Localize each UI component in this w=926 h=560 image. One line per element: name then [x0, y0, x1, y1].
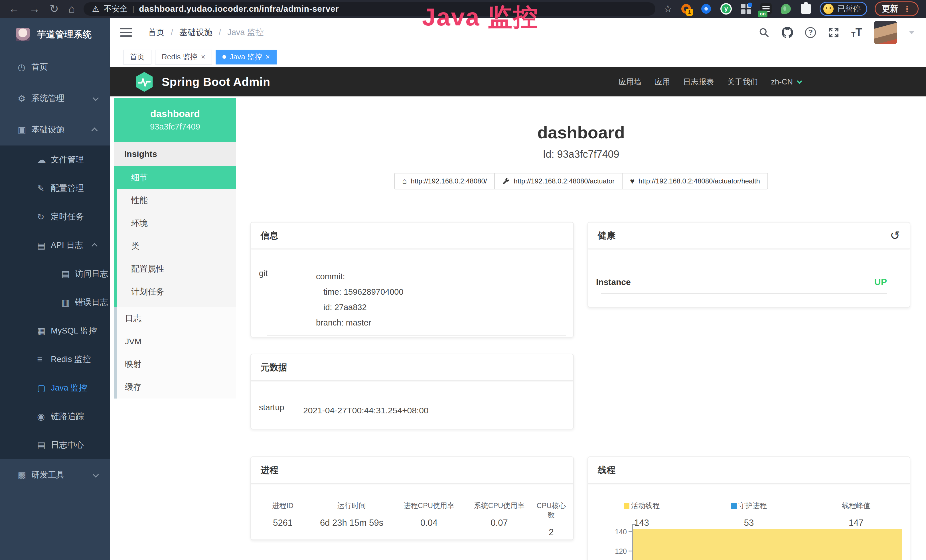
instance-header[interactable]: dashboard 93a3fc7f7409: [114, 98, 236, 142]
sidebar-item-java-monitor[interactable]: ▢ Java 监控: [0, 374, 110, 402]
breadcrumb-section[interactable]: 基础设施: [179, 27, 212, 38]
endpoint-actuator-button[interactable]: http://192.168.0.2:48080/actuator: [494, 173, 623, 189]
annotation-java-monitor: Java 监控: [422, 1, 539, 34]
sba-item-classes[interactable]: 类: [117, 235, 236, 257]
sidebar-item-log-center[interactable]: ▤ 日志中心: [0, 431, 110, 459]
sidebar-item-config-manage[interactable]: ✎ 配置管理: [0, 174, 110, 203]
home-icon[interactable]: ⌂: [68, 3, 75, 14]
sprout-glyph: [781, 4, 791, 14]
extension-grid-icon[interactable]: [740, 3, 752, 15]
spring-boot-admin-logo[interactable]: [135, 71, 154, 92]
sba-nav-wallboard[interactable]: 应用墙: [618, 77, 642, 87]
stat-header: 系统CPU使用率: [464, 501, 534, 510]
sidebar-section-insights[interactable]: Insights: [114, 142, 236, 166]
user-avatar[interactable]: [874, 21, 897, 44]
endpoint-health-button[interactable]: ♥ http://192.168.0.2:48080/actuator/heal…: [622, 173, 768, 189]
extensions-puzzle-icon[interactable]: [800, 3, 812, 15]
sidebar-item-system[interactable]: ⚙ 系统管理: [0, 83, 110, 114]
extension-sprout-icon[interactable]: [780, 3, 792, 15]
stat-value: 6d 23h 15m 59s: [309, 518, 394, 528]
sidebar-label: Java 监控: [51, 382, 87, 394]
forward-icon[interactable]: →: [29, 3, 40, 14]
address-separator: |: [132, 4, 134, 14]
tab-home[interactable]: 首页: [123, 50, 151, 65]
legend-peak-threads: 线程峰值 147: [802, 501, 910, 528]
page-title: dashboard: [236, 123, 926, 142]
fullscreen-icon[interactable]: [828, 27, 839, 38]
health-card: 健康 ↺ Instance UP: [587, 222, 910, 307]
sidebar-item-file-manage[interactable]: ☁ 文件管理: [0, 145, 110, 174]
card-title: 进程: [261, 464, 278, 476]
sba-brand-title[interactable]: Spring Boot Admin: [162, 75, 270, 89]
sidebar-label: 研发工具: [31, 469, 65, 481]
brand-row[interactable]: 芋道管理系统: [0, 18, 110, 51]
wrench-icon: [502, 177, 510, 185]
address-bar[interactable]: ⚠ 不安全 | dashboard.yudao.iocoder.cn/infra…: [83, 2, 655, 16]
font-size-icon[interactable]: TT: [851, 26, 862, 38]
y-tick-label: 140: [615, 528, 627, 536]
history-icon[interactable]: ↺: [890, 230, 900, 242]
avatar-caret-icon[interactable]: [909, 31, 915, 34]
sidebar-item-redis-monitor[interactable]: ≡ Redis 监控: [0, 345, 110, 374]
extension-y-icon[interactable]: y: [720, 3, 732, 15]
sba-item-mappings[interactable]: 映射: [117, 353, 236, 376]
sidebar-item-tracing[interactable]: ◉ 链路追踪: [0, 402, 110, 431]
breadcrumb-separator: /: [219, 28, 221, 37]
sba-nav-journal[interactable]: 日志报表: [683, 77, 714, 87]
health-instance-row[interactable]: Instance UP: [588, 277, 910, 287]
breadcrumb-home[interactable]: 首页: [148, 27, 165, 38]
search-icon[interactable]: [758, 27, 770, 38]
browser-menu-icon[interactable]: ⋮: [903, 4, 911, 14]
extension-colorpicker-icon[interactable]: 1: [680, 3, 692, 15]
extension-pin-icon[interactable]: [700, 3, 713, 15]
endpoint-url: http://192.168.0.2:48080/actuator/health: [639, 177, 760, 185]
sba-nav-applications[interactable]: 应用: [655, 77, 670, 87]
y-tick-mark: [629, 551, 632, 551]
bookmark-star-icon[interactable]: ☆: [663, 3, 672, 15]
tab-redis-monitor[interactable]: Redis 监控 ×: [155, 50, 212, 65]
breadcrumb-separator: /: [171, 28, 173, 37]
close-icon[interactable]: ×: [265, 53, 270, 61]
help-icon[interactable]: ?: [805, 27, 816, 38]
sidebar-item-scheduled-job[interactable]: ↻ 定时任务: [0, 203, 110, 231]
sidebar-item-mysql-monitor[interactable]: ▦ MySQL 监控: [0, 317, 110, 345]
endpoint-home-button[interactable]: ⌂ http://192.168.0.2:48080/: [394, 173, 495, 189]
sba-locale-select[interactable]: zh-CN: [771, 77, 800, 86]
hamburger-icon[interactable]: [120, 27, 132, 38]
sidebar-item-access-log[interactable]: ▤ 访问日志: [0, 260, 110, 288]
reload-icon[interactable]: ↻: [50, 3, 59, 14]
browser-profile-chip[interactable]: 已暂停: [820, 2, 867, 16]
sidebar-item-devtools[interactable]: ▩ 研发工具: [0, 459, 110, 491]
sba-item-config-props[interactable]: 配置属性: [117, 257, 236, 280]
infrastructure-submenu: ☁ 文件管理 ✎ 配置管理 ↻ 定时任务 ▤ API 日志 ▤: [0, 145, 110, 459]
gear-icon: ⚙: [18, 93, 31, 104]
back-icon[interactable]: ←: [9, 3, 20, 14]
sba-nav-about[interactable]: 关于我们: [727, 77, 758, 87]
sidebar-item-infrastructure[interactable]: ▣ 基础设施: [0, 114, 110, 145]
pin-glyph: [701, 4, 711, 14]
sba-item-jvm[interactable]: JVM: [117, 330, 236, 353]
extension-switch-icon[interactable]: on: [760, 3, 772, 15]
sba-item-details[interactable]: 细节: [117, 166, 236, 189]
sba-item-environment[interactable]: 环境: [117, 212, 236, 235]
row-underline: [267, 335, 566, 336]
info-card: 信息 git commit: time: 1596289704000 id: 2…: [250, 222, 574, 338]
browser-update-button[interactable]: 更新 ⋮: [875, 2, 918, 16]
chevron-down-icon: [797, 79, 802, 83]
sidebar-item-home[interactable]: ◷ 首页: [0, 51, 110, 83]
sba-item-scheduled-tasks[interactable]: 计划任务: [117, 280, 236, 303]
sba-item-caches[interactable]: 缓存: [117, 376, 236, 398]
sidebar-item-error-log[interactable]: ▥ 错误日志: [0, 288, 110, 317]
tab-java-monitor[interactable]: Java 监控 ×: [216, 50, 277, 65]
admin-menu: ◷ 首页 ⚙ 系统管理 ▣ 基础设施 ☁ 文件管理 ✎ 配置管理: [0, 51, 110, 491]
document-error-icon: ▥: [61, 297, 75, 308]
github-icon[interactable]: [782, 27, 793, 38]
close-icon[interactable]: ×: [201, 53, 205, 61]
sba-item-logfile[interactable]: 日志: [117, 307, 236, 330]
legend-label: 活动线程: [631, 501, 660, 510]
sidebar-label: 系统管理: [31, 93, 65, 104]
sidebar-item-api-log[interactable]: ▤ API 日志: [0, 231, 110, 260]
sba-item-metrics[interactable]: 性能: [117, 189, 236, 212]
y-tick-label: 120: [615, 547, 627, 555]
threads-legend: 活动线程 143 守护进程 53 线程峰值 147: [588, 501, 910, 528]
